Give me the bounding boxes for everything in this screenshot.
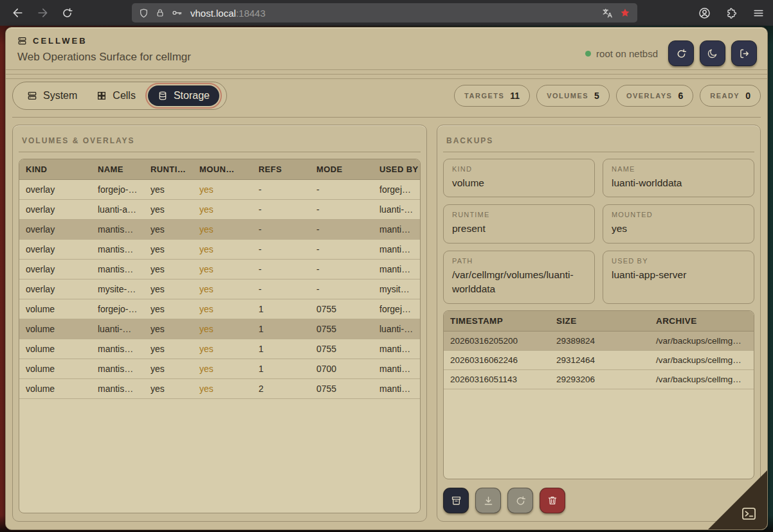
- column-header[interactable]: REFS: [252, 159, 310, 180]
- archive-button[interactable]: [443, 488, 469, 513]
- url-port: :18443: [236, 8, 266, 19]
- table-row[interactable]: 2026031605114329293206/var/backups/cellm…: [444, 369, 754, 389]
- delete-button[interactable]: [540, 488, 565, 513]
- menu-button[interactable]: [750, 3, 767, 23]
- cell-runtime: yes: [144, 200, 193, 220]
- terminal-toggle-button[interactable]: [740, 504, 759, 523]
- lock-icon[interactable]: [155, 8, 165, 18]
- forward-button[interactable]: [32, 3, 53, 23]
- cell-used_by: mantisbt…: [373, 240, 420, 260]
- cell-mode: 0755: [310, 339, 373, 359]
- field-mounted: MOUNTEDyes: [603, 204, 754, 243]
- header-actions: root on netbsd: [585, 40, 757, 66]
- table-row[interactable]: overlayluanti-ap…yesyes--luanti-ap…: [19, 200, 420, 220]
- tab-cells[interactable]: Cells: [89, 86, 143, 105]
- cell-mounted: yes: [193, 339, 252, 359]
- table-row[interactable]: overlaymantisbt…yesyes--mantisbt…: [19, 260, 420, 279]
- cell-runtime: yes: [144, 319, 193, 339]
- column-header[interactable]: MOUN…: [193, 159, 252, 180]
- puzzle-icon: [725, 7, 738, 19]
- cell-runtime: yes: [144, 379, 193, 399]
- column-header[interactable]: RUNTI…: [144, 159, 193, 180]
- column-header[interactable]: ARCHIVE: [650, 311, 754, 332]
- download-button[interactable]: [475, 488, 501, 513]
- cell-refs: -: [252, 200, 310, 220]
- table-row[interactable]: overlaymantisbt…yesyes--mantisbt…: [19, 220, 420, 240]
- url-bar[interactable]: vhost.local:18443: [132, 3, 637, 22]
- cell-kind: volume: [19, 319, 91, 339]
- cell-runtime: yes: [144, 220, 193, 240]
- translate-icon[interactable]: [601, 7, 614, 19]
- restore-button[interactable]: [507, 488, 533, 513]
- table-row[interactable]: overlayforgejo-…yesyes--forgejo-…: [19, 180, 420, 200]
- database-icon: [158, 91, 168, 101]
- cell-kind: overlay: [19, 240, 91, 260]
- field-kind: KINDvolume: [443, 159, 595, 197]
- badge-value: 6: [678, 91, 683, 101]
- table-row[interactable]: volumeforgejo-…yesyes10755forgejo-…: [19, 299, 420, 319]
- badge-targets: TARGETS11: [454, 85, 530, 107]
- bookmark-star-icon[interactable]: [619, 7, 631, 19]
- badge-label: VOLUMES: [547, 92, 588, 100]
- table-row[interactable]: 2026031620520029389824/var/backups/cellm…: [444, 331, 754, 350]
- cell-refs: 2: [252, 379, 310, 399]
- cell-name: mantisbt…: [91, 240, 144, 260]
- table-row[interactable]: volumemantisbt…yesyes10755mantisbt…: [19, 339, 420, 359]
- cell-used_by: mantisbt…: [373, 260, 420, 279]
- table-row[interactable]: 2026031606224629312464/var/backups/cellm…: [444, 350, 754, 369]
- column-header[interactable]: USED BY: [373, 159, 420, 180]
- cell-name: forgejo-…: [91, 299, 144, 319]
- tab-storage[interactable]: Storage: [148, 85, 219, 106]
- field-label: USED BY: [612, 257, 745, 265]
- cell-kind: volume: [19, 299, 91, 319]
- server-stack-icon: [17, 36, 27, 46]
- tab-bar: System Cells Storage: [12, 82, 227, 110]
- table-row[interactable]: volumemantisbt…yesyes20755mantisbt…: [19, 379, 420, 399]
- field-value: yes: [612, 222, 745, 236]
- account-button[interactable]: [696, 3, 713, 23]
- cell-mode: -: [310, 260, 373, 279]
- session-status-text: root on netbsd: [596, 48, 658, 59]
- cell-mounted: yes: [193, 319, 252, 339]
- column-header[interactable]: MODE: [310, 159, 373, 180]
- app-window: CELLWEB Web Operations Surface for cellm…: [5, 27, 768, 530]
- cell-mounted: yes: [193, 359, 252, 379]
- back-button[interactable]: [8, 3, 28, 23]
- field-label: KIND: [452, 165, 586, 173]
- column-header[interactable]: SIZE: [550, 311, 650, 332]
- cell-mode: -: [310, 200, 373, 220]
- forward-arrow-icon: [36, 6, 49, 19]
- cell-name: mantisbt…: [91, 379, 144, 399]
- shield-icon[interactable]: [138, 8, 149, 19]
- tab-system[interactable]: System: [20, 86, 84, 105]
- cell-used_by: forgejo-…: [373, 180, 420, 200]
- extensions-button[interactable]: [723, 3, 740, 23]
- cell-mounted: yes: [193, 260, 252, 279]
- theme-toggle-button[interactable]: [700, 40, 725, 66]
- cell-used_by: mantisbt…: [373, 339, 420, 359]
- key-icon[interactable]: [171, 7, 183, 19]
- cell-kind: volume: [19, 379, 91, 399]
- cell-mounted: yes: [193, 379, 252, 399]
- column-header[interactable]: KIND: [19, 159, 91, 180]
- session-status: root on netbsd: [585, 48, 658, 59]
- table-row[interactable]: volumeluanti-w…yesyes10755luanti-ap…: [19, 319, 420, 339]
- refresh-button[interactable]: [668, 40, 694, 66]
- reload-button[interactable]: [57, 3, 77, 23]
- tab-label: Cells: [113, 90, 136, 102]
- field-label: PATH: [452, 257, 586, 265]
- column-header[interactable]: NAME: [91, 159, 144, 180]
- nav-row: System Cells Storage TARGETS11 VOLUMES5 …: [12, 82, 761, 118]
- field-path: PATH/var/cellmgr/volumes/luanti-worlddat…: [443, 251, 595, 304]
- table-row[interactable]: volumemantisbt…yesyes10700mantisbt…: [19, 359, 420, 379]
- cell-size: 29312464: [550, 350, 650, 369]
- cell-refs: -: [252, 220, 310, 240]
- cell-mode: -: [310, 240, 373, 260]
- table-row[interactable]: overlaymantisbt…yesyes--mantisbt…: [19, 240, 420, 260]
- column-header[interactable]: TIMESTAMP: [444, 311, 550, 332]
- cell-kind: overlay: [19, 260, 91, 279]
- cell-mounted: yes: [193, 279, 252, 299]
- table-row[interactable]: overlaymysite-e…yesyes--mysite-e…: [19, 279, 420, 299]
- field-name: NAMEluanti-worlddata: [603, 159, 754, 197]
- logout-button[interactable]: [731, 40, 757, 66]
